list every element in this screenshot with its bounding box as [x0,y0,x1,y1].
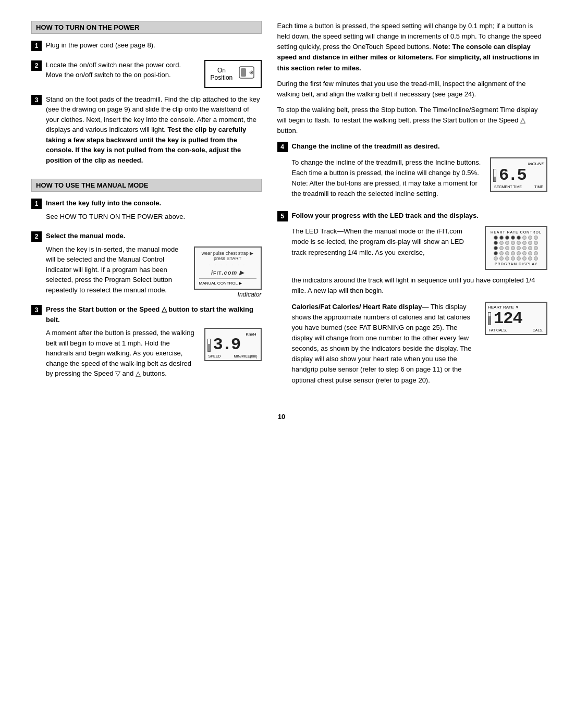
heart-rate-control-label: HEART RATE CONTROL [488,230,544,234]
console-line-1: wear pulse chest strap ▶ press START [199,251,256,261]
led-dot [528,251,532,255]
manual-step-3: 3 Press the Start button or the Speed △ … [31,304,262,382]
manual-step-number-2: 2 [31,231,42,242]
heart-rate-display: HEART RATE ♥ 124 [485,302,547,335]
manual-step-2-content: Select the manual mode. When the key is … [46,231,262,298]
program-display-label: PROGRAM DISPLAY [488,262,544,266]
led-row-5 [488,256,544,261]
step-1-power: 1 Plug in the power cord (see page 8). [31,40,262,54]
indicator-label: Indicator [238,291,262,298]
right-step-5-heading: Follow your progress with the LED track … [292,212,479,219]
led-dot [511,246,515,250]
step-number-1: 1 [31,41,42,51]
left-column: HOW TO TURN ON THE POWER 1 Plug in the p… [31,21,262,397]
heart-rate-number: 124 [494,311,522,327]
led-dot [499,256,504,261]
speed-display-container: Km/H 3.9 SPEED [204,328,262,361]
right-para-1: Each time a button is pressed, the speed… [277,21,547,73]
led-track-para1: The LED Track—When the manual mode or th… [292,226,480,257]
led-dot [511,236,515,240]
incline-display: INCLINE 6.5 SEG [490,157,547,192]
manual-step-3-heading: Press the Start button or the Speed △ bu… [46,305,253,324]
led-dot [494,241,498,245]
time-label: TIME [534,185,543,189]
switch-drawing [237,64,258,84]
incline-display-container: INCLINE 6.5 SEG [490,157,547,192]
incline-label: INCLINE [528,162,544,166]
led-track-display: HEART RATE CONTROL [485,226,547,270]
manual-step-2: 2 Select the manual mode. When the key i… [31,231,262,298]
manual-step-2-text: When the key is in-serted, the manual mo… [46,244,189,295]
led-dot [511,251,515,255]
speed-display: Km/H 3.9 SPEED [204,328,262,361]
led-dot [517,256,521,261]
section-title-manual: HOW TO USE THE MANUAL MODE [31,179,262,192]
led-track-para2: the indicators around the track will lig… [292,275,547,296]
ifit-logo: iFIT.com ▶ [199,269,256,276]
led-dot [505,251,509,255]
heart-rate-display-container: HEART RATE ♥ 124 [485,302,547,335]
console-diagram: wear pulse chest strap ▶ press START · ·… [194,246,262,290]
manual-step-1: 1 Insert the key fully into the console.… [31,198,262,225]
led-row-1 [488,236,544,240]
led-dot [534,256,538,261]
right-step-5: 5 Follow your progress with the LED trac… [277,211,547,391]
step-2-content: Locate the on/off switch near the power … [46,60,262,88]
led-dot [522,241,527,245]
led-track-text: The LED Track—When the manual mode or th… [292,226,480,263]
led-dot [494,251,498,255]
manual-step-number-3: 3 [31,305,42,315]
led-dot [534,246,538,250]
cals-label: CALS. [533,328,543,332]
led-row-3 [488,246,544,250]
page-layout: HOW TO TURN ON THE POWER 1 Plug in the p… [31,21,532,397]
manual-control-label: MANUAL CONTROL ▶ [199,281,256,286]
page-number: 10 [31,413,532,421]
led-dot [499,236,504,240]
led-dot [505,241,509,245]
led-dot [499,251,504,255]
right-step-5-content: Follow your progress with the LED track … [292,211,547,391]
led-dot [522,251,527,255]
heart-rate-bottom-labels: FAT CALS. CALS. [488,328,544,332]
led-row-2 [488,241,544,245]
led-dot [511,256,515,261]
led-row-4 [488,251,544,255]
step-1-text: Plug in the power cord (see page 8). [46,40,262,51]
right-step-4-text-part: To change the incline of the treadmill, … [292,157,485,205]
right-step-number-4: 4 [277,142,288,152]
segment-time-label: SEGMENT TIME [494,185,522,189]
led-dot [534,251,538,255]
calories-text: Calories/Fat Calories/ Heart Rate displa… [292,302,480,391]
section-title-power: HOW TO TURN ON THE POWER [31,21,262,34]
manual-step-number-1: 1 [31,199,42,209]
step-1-content: Plug in the power cord (see page 8). [46,40,262,54]
right-step-number-5: 5 [277,211,288,221]
led-dot [505,246,509,250]
right-step-4-heading: Change the incline of the treadmill as d… [292,142,440,150]
led-dot [517,241,521,245]
right-step-4-content: Change the incline of the treadmill as d… [292,141,547,204]
step-3-content: Stand on the foot pads of the treadmill.… [46,94,262,169]
led-dot [517,251,521,255]
led-dot [522,256,527,261]
calories-para: Calories/Fat Calories/ Heart Rate displa… [292,302,480,386]
step-2-text-part: Locate the on/off switch near the power … [46,60,199,83]
step-3-bold: Test the clip by carefully taking a few … [46,126,246,164]
step-number-3a: 3 [31,95,42,105]
calories-heading: Calories/Fat Calories/ Heart Rate displa… [292,303,429,311]
min-mile-label: MIN/MILE(km) [234,354,257,358]
led-dot [517,236,521,240]
right-column: Each time a button is pressed, the speed… [277,21,547,397]
manual-step-1-text: See HOW TO TURN ON THE POWER above. [46,212,262,222]
led-dot [534,241,538,245]
led-dot [522,246,527,250]
led-dot [534,236,538,240]
fat-cals-label: FAT CALS. [489,328,507,332]
svg-point-3 [251,71,252,73]
speed-number: 3.9 [213,337,240,353]
led-dot [505,236,509,240]
on-label: On [211,67,233,74]
led-dot [499,246,504,250]
manual-step-2-heading: Select the manual mode. [46,232,125,240]
